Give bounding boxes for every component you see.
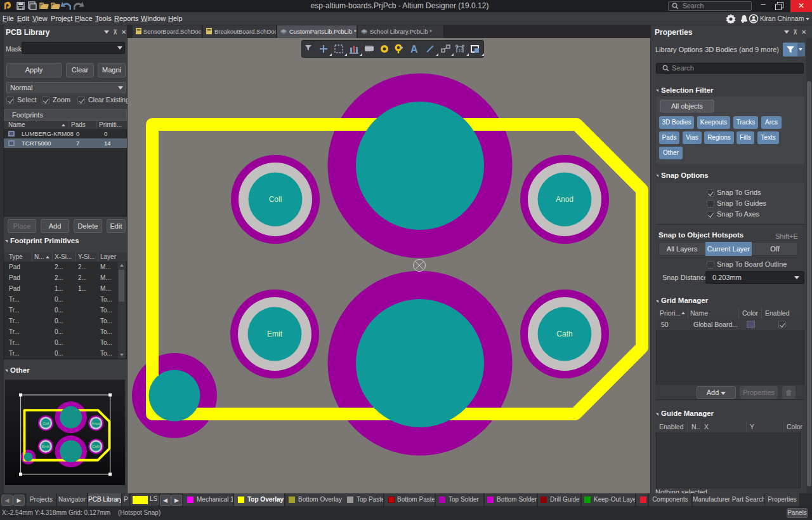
svg-text:A: A [410,44,418,55]
svg-text:Coll: Coll [269,195,282,204]
svg-text:Cath: Cath [556,330,572,338]
svg-text:Coll: Coll [43,422,49,425]
svg-text:Anod: Anod [556,195,573,204]
svg-text:Anod: Anod [91,422,100,425]
svg-text:10: 10 [458,48,463,53]
svg-text:Emit: Emit [267,330,283,338]
svg-text:Emit: Emit [42,444,49,448]
svg-text:Cath: Cath [92,444,100,448]
